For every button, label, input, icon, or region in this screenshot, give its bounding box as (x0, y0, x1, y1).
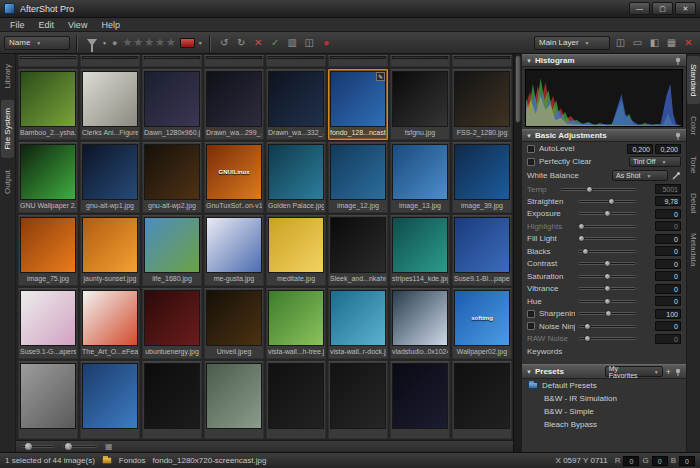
fill-light-slider[interactable] (578, 237, 636, 240)
thumbnail-vladstudio..0x1024.jpg[interactable]: vladstudio..0x1024.jpg (390, 288, 450, 359)
main-layer-dropdown[interactable]: Main Layer ▼ (534, 36, 610, 50)
panel-tab-color[interactable]: Color (687, 108, 700, 143)
thumbnail-The_Art_O...eFear.jpg[interactable]: The_Art_O...eFear.jpg (80, 288, 140, 359)
filter-icon[interactable] (84, 35, 99, 50)
adjustment-value[interactable]: 0 (655, 246, 681, 256)
adjustment-value[interactable]: 0 (655, 284, 681, 294)
exposure-slider[interactable] (578, 212, 636, 215)
filter-chevron-icon[interactable]: ▼ (102, 40, 107, 46)
copy-version-icon[interactable]: ◫ (302, 35, 317, 50)
contrast-slider[interactable] (578, 262, 636, 265)
thumbnail-Golden Palace.jpg[interactable]: Golden Palace.jpg (266, 142, 326, 213)
thumbnail-partial[interactable] (142, 361, 202, 439)
thumbnail-gnu-alt-wp2.jpg[interactable]: gnu-alt-wp2.jpg (142, 142, 202, 213)
thumbnail-image_12.jpg[interactable]: image_12.jpg (328, 142, 388, 213)
sharpening-slider[interactable] (578, 312, 636, 315)
thumbnail-partial[interactable] (452, 55, 512, 67)
raw-noise-slider[interactable] (578, 337, 636, 340)
thumbnail-ubuntuenergy.jpg[interactable]: ubuntuenergy.jpg (142, 288, 202, 359)
pin-icon[interactable] (674, 132, 682, 140)
slider-handle[interactable] (604, 273, 611, 280)
color-label-chevron-icon[interactable]: ▼ (198, 40, 203, 46)
rating-star-icon[interactable]: ★ (133, 36, 144, 48)
raw-jpeg-icon[interactable]: ▥ (285, 35, 300, 50)
thumbnail-fsfgnu.jpg[interactable]: fsfgnu.jpg (390, 69, 450, 140)
favorites-dropdown[interactable]: My Favorites ▼ (605, 366, 663, 377)
rating-star-icon[interactable]: ★ (122, 36, 133, 48)
adjustment-value[interactable]: 0 (655, 296, 681, 306)
adjustment-value[interactable]: 0 (655, 259, 681, 269)
thumbnail-partial[interactable] (328, 361, 388, 439)
thumbnail-stripes114_kde.jpg[interactable]: stripes114_kde.jpg (390, 215, 450, 286)
slider-handle[interactable] (582, 248, 589, 255)
autolevel-high-value[interactable]: 0,200 (655, 144, 681, 154)
split-view-icon[interactable]: ◧ (647, 35, 662, 50)
thumbnail-Bamboo_2...ysha.jpg[interactable]: Bamboo_2...ysha.jpg (18, 69, 78, 140)
presets-add-button[interactable]: + (666, 367, 671, 377)
adjustment-value[interactable]: 0 (655, 234, 681, 244)
adjustment-value[interactable]: 0 (655, 334, 681, 344)
slider-handle[interactable] (578, 235, 585, 242)
perfectly-clear-checkbox[interactable] (527, 158, 535, 166)
thumbnail-partial[interactable] (204, 361, 264, 439)
thumbnail-partial[interactable] (18, 55, 78, 67)
thumbnail-partial[interactable] (142, 55, 202, 67)
slider-handle[interactable] (604, 260, 611, 267)
thumbnail-Clerks Ani...Figure.jpg[interactable]: Clerks Ani...Figure.jpg (80, 69, 140, 140)
thumbnail-Dawn_1280x960.jpg[interactable]: Dawn_1280x960.jpg (142, 69, 202, 140)
tint-dropdown[interactable]: Tint Off ▼ (629, 156, 681, 167)
rotate-right-icon[interactable]: ↻ (234, 35, 249, 50)
rating-star-icon[interactable]: ★ (166, 36, 177, 48)
thumbnail-Suse9.1-Bl...papers.jpg[interactable]: Suse9.1-Bl...papers.jpg (452, 215, 512, 286)
thumbnail-vista-wall...h-tree.jpg[interactable]: vista-wall...h-tree.jpg (266, 288, 326, 359)
thumbnail-image_75.jpg[interactable]: image_75.jpg (18, 215, 78, 286)
menu-help[interactable]: Help (94, 20, 127, 30)
thumbnail-FSS-2_1280.jpg[interactable]: FSS-2_1280.jpg (452, 69, 512, 140)
sidebar-tab-file-system[interactable]: File System (1, 100, 14, 158)
panel-tab-detail[interactable]: Detail (687, 185, 700, 221)
thumbnail-Unveil.jpeg[interactable]: Unveil.jpeg (204, 288, 264, 359)
menu-view[interactable]: View (61, 20, 94, 30)
minimize-button[interactable]: — (629, 2, 650, 15)
close-red-icon[interactable]: ✕ (681, 35, 696, 50)
thumbnail-Sleek_and...nkahn.jpg[interactable]: Sleek_and...nkahn.jpg (328, 215, 388, 286)
hue-slider[interactable] (578, 300, 636, 303)
single-view-icon[interactable]: ▭ (630, 35, 645, 50)
sidebar-tab-library[interactable]: Library (1, 56, 14, 96)
maximize-button[interactable]: ▢ (652, 2, 673, 15)
preset-item[interactable]: B&W - IR Simulation (522, 392, 686, 405)
thumbnail-vista-wall..r-dock.jpg[interactable]: vista-wall..r-dock.jpg (328, 288, 388, 359)
thumbnail-partial[interactable] (266, 361, 326, 439)
thumbnail-partial[interactable] (80, 361, 140, 439)
thumbnail-partial[interactable] (204, 55, 264, 67)
straighten-slider[interactable] (578, 200, 636, 203)
thumbnail-partial[interactable] (80, 55, 140, 67)
thumbnail-meditate.jpg[interactable]: meditate.jpg (266, 215, 326, 286)
thumbnail-jaunty-sunset.jpg[interactable]: jaunty-sunset.jpg (80, 215, 140, 286)
adjustment-value[interactable]: 100 (655, 309, 681, 319)
noise-ninja-checkbox[interactable] (527, 322, 535, 330)
adjustment-value[interactable]: 0 (655, 221, 681, 231)
thumbnail-GnuTuxSof..on-v1.jpg[interactable]: GNU/LinuxGnuTuxSof..on-v1.jpg (204, 142, 264, 213)
preset-item[interactable]: Default Presets (522, 379, 686, 392)
thumbnail-GNU Wallpaper 2.jpg[interactable]: GNU Wallpaper 2.jpg (18, 142, 78, 213)
thumbnail-partial[interactable] (390, 55, 450, 67)
pin-icon[interactable] (674, 57, 682, 65)
histogram-header[interactable]: ▼ Histogram (522, 54, 686, 67)
autolevel-low-value[interactable]: 0,200 (627, 144, 653, 154)
thumbnail-partial[interactable] (18, 361, 78, 439)
slider-handle[interactable] (608, 198, 615, 205)
thumbnail-partial[interactable] (452, 361, 512, 439)
color-label-swatch[interactable] (180, 38, 195, 48)
thumbnail-Wallpaper02.jpg[interactable]: softimgWallpaper02.jpg (452, 288, 512, 359)
slider-handle[interactable] (584, 335, 591, 342)
blacks-slider[interactable] (578, 250, 636, 253)
adjustment-value[interactable]: 0 (655, 209, 681, 219)
panel-tab-metadata[interactable]: Metadata (687, 225, 700, 274)
adjustment-value[interactable]: 0 (655, 271, 681, 281)
thumbnail-partial[interactable] (266, 55, 326, 67)
highlights-slider[interactable] (578, 225, 636, 228)
reject-flag-icon[interactable]: ✕ (251, 35, 266, 50)
sharpening-checkbox[interactable] (527, 310, 535, 318)
grid-view-icon[interactable]: ▦ (664, 35, 679, 50)
